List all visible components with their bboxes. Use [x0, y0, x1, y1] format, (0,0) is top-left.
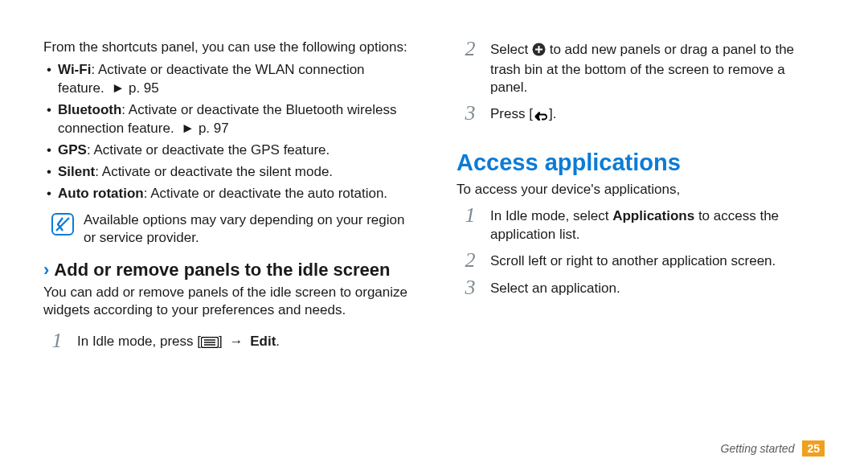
page-ref: ► p. 97 [181, 121, 228, 136]
heading-access-applications: Access applications [457, 149, 825, 176]
list-item: Bluetooth: Activate or deactivate the Bl… [58, 101, 411, 138]
page-number-badge: 25 [802, 440, 825, 457]
steps-list-right-bottom: 1 In Idle mode, select Applications to a… [457, 205, 825, 304]
step-number: 3 [461, 277, 479, 298]
list-item: Wi-Fi: Activate or deactivate the WLAN c… [58, 61, 411, 98]
shortcuts-intro: From the shortcuts panel, you can use th… [43, 39, 411, 56]
steps-list-left: 1 In Idle mode, press [] → Edit. [43, 330, 411, 359]
steps-list-right-top: 2 Select to add new panels or drag a pan… [457, 39, 825, 132]
step-text: Scroll left or right to another applicat… [490, 250, 776, 270]
note-text: Available options may vary depending on … [84, 211, 411, 247]
left-column: From the shortcuts panel, you can use th… [43, 39, 411, 424]
list-item: Auto rotation: Activate or deactivate th… [58, 185, 411, 203]
option-label: Silent [58, 164, 95, 179]
step-number: 1 [48, 330, 66, 351]
menu-icon [201, 335, 219, 353]
step-text: In Idle mode, select Applications to acc… [490, 205, 825, 243]
option-desc: : Activate or deactivate the silent mode… [95, 164, 333, 179]
sub-heading-text: Add or remove panels to the idle screen [54, 260, 390, 281]
step-item: 2 Scroll left or right to another applic… [461, 250, 825, 271]
step-text: Press []. [490, 103, 556, 125]
option-label: Wi-Fi [58, 62, 91, 77]
chevron-icon: › [43, 260, 49, 281]
option-desc: : Activate or deactivate the auto rotati… [144, 186, 387, 201]
page-columns: From the shortcuts panel, you can use th… [43, 39, 825, 424]
step-item: 3 Select an application. [461, 277, 825, 298]
step-item: 2 Select to add new panels or drag a pan… [461, 39, 825, 96]
shortcut-options-list: Wi-Fi: Activate or deactivate the WLAN c… [43, 61, 411, 207]
step-text: In Idle mode, press [] → Edit. [77, 330, 280, 353]
step-number: 2 [461, 250, 479, 271]
list-item: Silent: Activate or deactivate the silen… [58, 163, 411, 182]
sub-heading-add-remove-panels: › Add or remove panels to the idle scree… [43, 260, 411, 281]
note-box: Available options may vary depending on … [43, 211, 411, 247]
step-item: 1 In Idle mode, press [] → Edit. [48, 330, 411, 353]
right-column: 2 Select to add new panels or drag a pan… [457, 39, 825, 424]
plus-circle-icon [532, 43, 546, 61]
sub-heading-body: You can add or remove panels of the idle… [43, 284, 411, 319]
list-item: GPS: Activate or deactivate the GPS feat… [58, 141, 411, 160]
option-label: Auto rotation [58, 186, 144, 201]
footer-section: Getting started [721, 442, 795, 455]
access-apps-intro: To access your device's applications, [457, 181, 825, 199]
step-number: 2 [461, 39, 479, 59]
back-icon [533, 108, 549, 125]
note-icon [51, 213, 74, 236]
step-item: 3 Press []. [461, 103, 825, 125]
option-desc: : Activate or deactivate the GPS feature… [87, 142, 330, 158]
option-label: GPS [58, 142, 87, 158]
step-item: 1 In Idle mode, select Applications to a… [461, 205, 825, 243]
page-footer: Getting started 25 [721, 440, 825, 457]
option-desc: : Activate or deactivate the WLAN connec… [58, 62, 365, 96]
step-number: 3 [461, 103, 479, 124]
page-ref: ► p. 95 [111, 80, 158, 96]
step-number: 1 [461, 205, 479, 226]
step-text: Select to add new panels or drag a panel… [490, 39, 825, 96]
option-label: Bluetooth [58, 102, 121, 117]
step-text: Select an application. [490, 277, 620, 297]
